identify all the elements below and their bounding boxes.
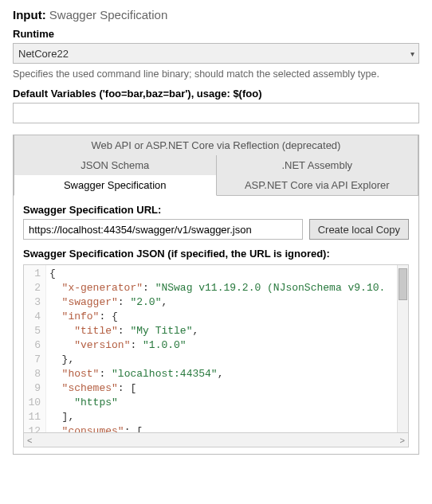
swagger-json-label: Swagger Specification JSON (if specified… bbox=[23, 248, 409, 260]
tab-json-schema[interactable]: JSON Schema bbox=[14, 155, 217, 176]
scroll-left-icon[interactable]: < bbox=[27, 436, 32, 445]
swagger-json-editor[interactable]: 1 2 3 4 5 6 7 8 9 10 11 12 13 { "x-gener… bbox=[23, 264, 409, 433]
input-source-tabs: Web API or ASP.NET Core via Reflection (… bbox=[13, 135, 419, 197]
swagger-url-input[interactable] bbox=[23, 219, 303, 240]
swagger-url-label: Swagger Specification URL: bbox=[23, 204, 409, 216]
tab-webapi-reflection[interactable]: Web API or ASP.NET Core via Reflection (… bbox=[14, 135, 418, 156]
create-local-copy-button[interactable]: Create local Copy bbox=[309, 219, 409, 240]
input-label: Input: bbox=[13, 8, 46, 21]
tab-aspnet-api-explorer[interactable]: ASP.NET Core via API Explorer bbox=[217, 175, 419, 196]
input-value: Swagger Specification bbox=[49, 8, 167, 21]
default-vars-input[interactable] bbox=[13, 103, 419, 123]
tab-net-assembly[interactable]: .NET Assembly bbox=[217, 155, 419, 176]
runtime-label: Runtime bbox=[13, 28, 419, 40]
horizontal-scrollbar[interactable]: < > bbox=[23, 433, 409, 447]
page-title: Input: Swagger Specification bbox=[13, 8, 419, 21]
scrollbar-thumb[interactable] bbox=[399, 268, 407, 300]
default-vars-label: Default Variables ('foo=bar,baz=bar'), u… bbox=[13, 88, 419, 100]
editor-code-area[interactable]: { "x-generator": "NSwag v11.19.2.0 (NJso… bbox=[46, 265, 408, 432]
runtime-select[interactable]: NetCore22 bbox=[13, 43, 419, 64]
vertical-scrollbar[interactable] bbox=[397, 265, 408, 432]
swagger-tab-content: Swagger Specification URL: Create local … bbox=[13, 196, 419, 455]
tab-swagger-spec[interactable]: Swagger Specification bbox=[14, 175, 217, 196]
scroll-right-icon[interactable]: > bbox=[400, 436, 405, 445]
runtime-help: Specifies the used command line binary; … bbox=[13, 68, 419, 80]
editor-line-gutter: 1 2 3 4 5 6 7 8 9 10 11 12 13 bbox=[24, 265, 46, 432]
